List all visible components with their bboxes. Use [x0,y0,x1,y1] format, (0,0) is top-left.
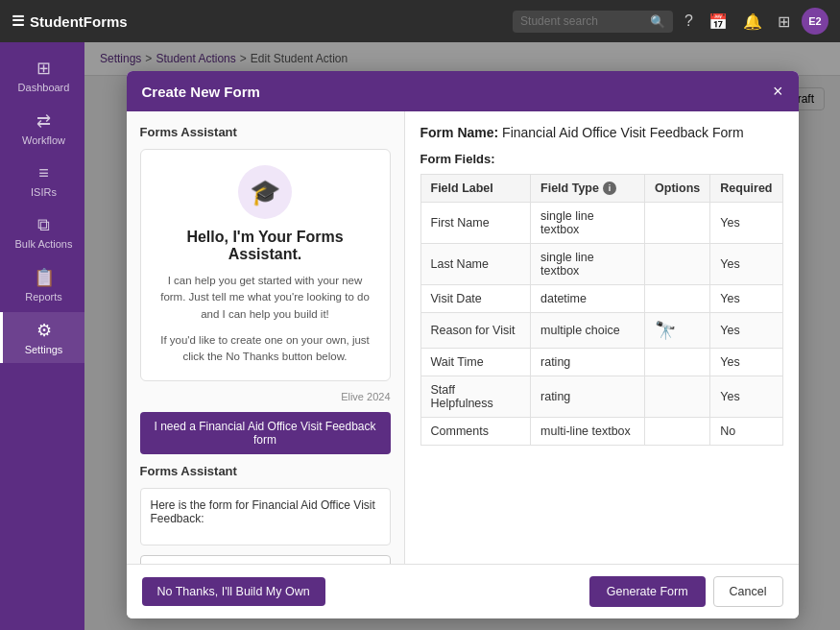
field-type-info-icon: i [603,182,616,195]
search-input[interactable] [520,14,645,28]
assistant-desc2: If you'd like to create one on your own,… [156,332,374,366]
field-options-cell [645,203,710,244]
field-label-cell: Wait Time [420,349,531,376]
field-required-cell: Yes [710,285,782,313]
field-label-cell: Visit Date [420,285,531,313]
field-type-cell: multiple choice [531,313,645,349]
modal-header: Create New Form × [127,71,799,111]
field-required-cell: Yes [710,313,782,349]
settings-icon: ⚙ [36,320,52,341]
menu-icon[interactable]: ☰ [12,12,24,30]
dashboard-icon: ⊞ [36,58,51,79]
footer-right: Generate Form Cancel [589,576,783,607]
modal-footer: No Thanks, I'll Build My Own Generate Fo… [127,564,799,618]
sidebar-label-workflow: Workflow [22,134,65,146]
avatar[interactable]: E2 [802,8,828,35]
form-name-value: Financial Aid Office Visit Feedback Form [502,125,744,140]
modal-close-button[interactable]: × [773,83,783,100]
right-panel: Form Name: Financial Aid Office Visit Fe… [405,111,799,564]
calendar-icon[interactable]: 📅 [705,9,732,35]
response-panel-title: Forms Assistant [140,464,391,478]
sidebar-item-workflow[interactable]: ⇄ Workflow [0,103,84,154]
fields-table: Field Label Field Type i [420,174,783,446]
sidebar-item-isirs[interactable]: ≡ ISIRs [0,156,84,206]
table-row: Wait TimeratingYes [420,349,782,376]
grid-icon[interactable]: ⊞ [774,9,794,35]
workflow-icon: ⇄ [36,110,51,132]
modal: Create New Form × Forms Assistant 🎓 Hell… [127,71,799,618]
sidebar-label-settings: Settings [25,344,63,355]
table-row: Last Namesingle line textboxYes [420,244,782,285]
table-row: Commentsmulti-line textboxNo [420,418,782,446]
form-fields-label: Form Fields: [420,152,783,166]
field-label-cell: First Name [420,203,531,244]
field-type-cell: datetime [531,285,645,313]
field-required-cell: Yes [710,349,782,376]
field-type-cell: single line textbox [531,244,645,285]
sidebar-item-settings[interactable]: ⚙ Settings [0,312,84,363]
sidebar-item-bulk-actions[interactable]: ⧉ Bulk Actions [0,207,84,257]
field-label-cell: Comments [420,418,531,446]
col-field-label: Field Label [420,175,531,203]
isirs-icon: ≡ [38,163,49,183]
search-box[interactable]: 🔍 [513,11,673,33]
modal-body: Forms Assistant 🎓 Hello, I'm Your Forms … [127,111,799,564]
table-row: Staff HelpfulnessratingYes [420,376,782,418]
prompt-button[interactable]: I need a Financial Aid Office Visit Feed… [140,412,391,454]
app-logo: ☰ StudentForms [12,12,503,30]
field-type-cell: multi-line textbox [531,418,645,446]
table-row: First Namesingle line textboxYes [420,203,782,244]
form-name-row: Form Name: Financial Aid Office Visit Fe… [420,125,783,140]
left-panel: Forms Assistant 🎓 Hello, I'm Your Forms … [127,111,405,564]
app-title: StudentForms [30,13,128,30]
col-options: Options [645,175,710,203]
col-field-type: Field Type i [531,175,645,203]
sidebar-label-isirs: ISIRs [31,186,57,198]
topnav-right: 🔍 ? 📅 🔔 ⊞ E2 [513,8,828,35]
col-required: Required [710,175,782,203]
field-required-cell: Yes [710,244,782,285]
field-options-cell [645,418,710,446]
modal-overlay: Create New Form × Forms Assistant 🎓 Hell… [84,42,840,630]
modal-title: Create New Form [142,84,260,100]
assistant-card: 🎓 Hello, I'm Your Forms Assistant. I can… [140,149,391,381]
field-label-cell: Reason for Visit [420,313,531,349]
main-layout: ⊞ Dashboard ⇄ Workflow ≡ ISIRs ⧉ Bulk Ac… [0,42,840,630]
field-label-cell: Staff Helpfulness [420,376,531,418]
field-options-cell [645,244,710,285]
field-required-cell: Yes [710,203,782,244]
field-type-cell: rating [531,376,645,418]
field-required-cell: Yes [710,376,782,418]
field-type-cell: single line textbox [531,203,645,244]
field-label-cell: Last Name [420,244,531,285]
field-type-cell: rating [531,349,645,376]
field-options-cell [645,285,710,313]
sidebar-label-bulk-actions: Bulk Actions [15,238,73,250]
top-navigation: ☰ StudentForms 🔍 ? 📅 🔔 ⊞ E2 [0,0,840,42]
generate-form-button[interactable]: Generate Form [589,576,706,607]
content-area: Settings > Student Actions > Edit Studen… [84,42,840,630]
sidebar-label-reports: Reports [25,291,62,303]
help-icon[interactable]: ? [681,9,697,34]
assistant-desc1: I can help you get started with your new… [156,273,374,323]
form-name-label: Form Name: [420,125,499,140]
sidebar-item-reports[interactable]: 📋 Reports [0,259,84,310]
options-icon[interactable]: 🔭 [655,321,676,340]
table-row: Visit DatedatetimeYes [420,285,782,313]
bell-icon[interactable]: 🔔 [739,9,766,35]
field-options-cell [645,349,710,376]
bulk-actions-icon: ⧉ [37,215,50,235]
elive-badge: Elive 2024 [140,391,391,402]
field-options-cell[interactable]: 🔭 [645,313,710,349]
reports-icon: 📋 [34,267,55,288]
table-row: Reason for Visitmultiple choice🔭Yes [420,313,782,349]
sidebar-item-dashboard[interactable]: ⊞ Dashboard [0,50,84,101]
field-options-cell [645,376,710,418]
textarea-wrapper[interactable]: (ex: I need to build a change of address… [140,555,391,564]
search-icon[interactable]: 🔍 [650,14,665,29]
assistant-icon: 🎓 [238,165,292,219]
left-panel-title: Forms Assistant [140,125,391,139]
cancel-button[interactable]: Cancel [713,576,783,607]
field-required-cell: No [710,418,782,446]
no-thanks-button[interactable]: No Thanks, I'll Build My Own [142,577,325,606]
